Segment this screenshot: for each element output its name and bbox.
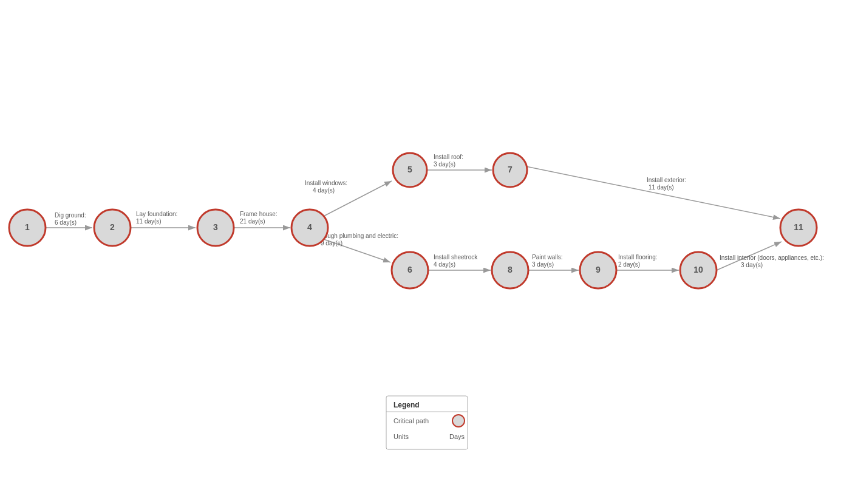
edge-sublabel-10-11: 3 day(s) xyxy=(741,262,763,268)
node-1-label: 1 xyxy=(25,222,30,232)
edge-label-2-3: Lay foundation: xyxy=(136,211,177,217)
legend-units-label: Units xyxy=(393,433,409,440)
edge-sublabel-5-7: 3 day(s) xyxy=(434,161,455,168)
legend-units-value: Days xyxy=(449,433,465,440)
edge-label-9-10: Install flooring: xyxy=(618,254,657,261)
node-2-label: 2 xyxy=(110,222,115,232)
edge-sublabel-2-3: 11 day(s) xyxy=(136,218,162,225)
node-9-label: 9 xyxy=(596,265,601,274)
legend-critical-path-label: Critical path xyxy=(393,417,429,424)
edge-label-10-11: Install interior (doors, appliances, etc… xyxy=(720,254,824,261)
edge-label-6-8: Install sheetrock xyxy=(434,254,478,261)
node-8-label: 8 xyxy=(508,265,513,274)
main-svg: Dig ground: 6 day(s) Lay foundation: 11 … xyxy=(0,0,855,504)
edge-label-1-2: Dig ground: xyxy=(55,212,86,219)
edge-label-7-11: Install exterior: xyxy=(647,177,686,183)
node-5-label: 5 xyxy=(407,165,412,174)
edge-sublabel-1-2: 6 day(s) xyxy=(55,219,77,226)
edge-sublabel-4-5: 4 day(s) xyxy=(313,187,335,194)
edge-sublabel-3-4: 21 day(s) xyxy=(240,218,265,225)
node-7-label: 7 xyxy=(508,165,513,174)
edge-sublabel-6-8: 4 day(s) xyxy=(434,261,455,268)
legend-critical-path-icon xyxy=(452,415,465,427)
node-6-label: 6 xyxy=(407,265,412,274)
diagram-container: Dig ground: 6 day(s) Lay foundation: 11 … xyxy=(0,0,855,504)
node-11-label: 11 xyxy=(794,222,803,232)
edge-label-4-5: Install windows: xyxy=(305,180,347,186)
edge-label-8-9: Paint walls: xyxy=(532,254,563,261)
legend-title: Legend xyxy=(393,401,420,409)
edge-label-5-7: Install roof: xyxy=(434,154,463,160)
edge-sublabel-8-9: 3 day(s) xyxy=(532,261,554,268)
node-10-label: 10 xyxy=(693,265,703,274)
edge-sublabel-4-6: 9 day(s) xyxy=(321,240,342,247)
node-4-label: 4 xyxy=(307,222,312,232)
edge-sublabel-9-10: 2 day(s) xyxy=(618,261,640,268)
edge-7-11 xyxy=(526,166,780,219)
node-3-label: 3 xyxy=(213,222,218,232)
edge-label-3-4: Frame house: xyxy=(240,211,278,217)
edge-sublabel-7-11: 11 day(s) xyxy=(649,184,674,191)
